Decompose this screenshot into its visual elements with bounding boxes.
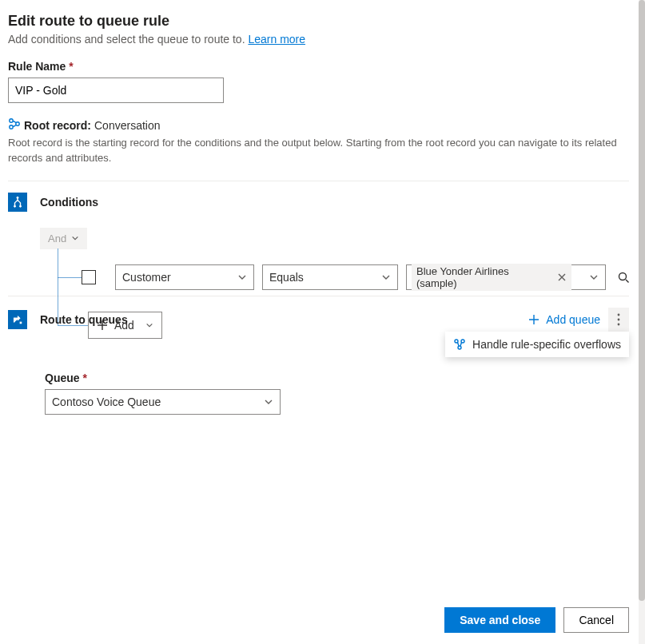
group-operator-button[interactable]: And <box>40 228 87 249</box>
queue-select[interactable]: Contoso Voice Queue <box>45 389 281 415</box>
save-and-close-button[interactable]: Save and close <box>444 607 555 633</box>
required-asterisk: * <box>82 372 86 384</box>
operator-select[interactable]: Equals <box>262 264 398 290</box>
add-queue-label: Add queue <box>546 313 600 326</box>
chevron-down-icon <box>264 397 273 407</box>
conditions-header: Conditions <box>8 181 629 220</box>
rule-name-input[interactable] <box>8 78 224 103</box>
svg-point-8 <box>618 313 620 316</box>
attribute-value: Customer <box>122 271 171 284</box>
svg-point-5 <box>19 205 21 207</box>
scrollbar-track[interactable] <box>639 0 645 644</box>
remove-value-button[interactable] <box>557 272 567 282</box>
chevron-down-icon <box>71 234 79 242</box>
root-record-heading: Root record: Conversation <box>8 117 629 133</box>
queue-label: Queue * <box>45 372 629 384</box>
search-icon <box>617 271 630 284</box>
subtitle-text: Add conditions and select the queue to r… <box>8 33 248 46</box>
condition-checkbox[interactable] <box>82 270 96 284</box>
svg-point-12 <box>461 340 464 343</box>
overflow-menu-item[interactable]: Handle rule-specific overflows <box>445 332 629 357</box>
svg-point-6 <box>619 272 627 280</box>
svg-point-4 <box>14 205 15 207</box>
svg-point-3 <box>17 197 18 198</box>
queue-value: Contoso Voice Queue <box>52 396 161 408</box>
svg-point-1 <box>10 125 13 129</box>
overflow-icon <box>453 338 466 351</box>
page-title: Edit route to queue rule <box>8 13 629 30</box>
conditions-icon <box>8 193 27 212</box>
learn-more-link[interactable]: Learn more <box>248 33 305 46</box>
scrollbar-thumb[interactable] <box>639 0 645 601</box>
chevron-down-icon <box>381 272 391 282</box>
root-record-description: Root record is the starting record for t… <box>8 136 629 166</box>
queue-label-text: Queue <box>45 372 80 384</box>
more-options-button[interactable] <box>608 308 629 332</box>
svg-rect-7 <box>20 321 22 324</box>
chevron-down-icon <box>237 272 247 282</box>
more-vertical-icon <box>617 313 620 326</box>
group-operator-label: And <box>48 233 66 244</box>
search-button[interactable] <box>614 268 633 287</box>
rule-name-label-text: Rule Name <box>8 60 66 73</box>
plus-icon <box>528 314 539 325</box>
route-icon <box>8 310 27 329</box>
required-asterisk: * <box>69 60 73 73</box>
overflow-menu-label: Handle rule-specific overflows <box>472 338 621 351</box>
svg-point-0 <box>10 119 13 122</box>
root-record-label: Root record: <box>24 119 91 132</box>
cancel-button[interactable]: Cancel <box>563 607 629 633</box>
value-select[interactable]: Blue Yonder Airlines (sample) <box>406 264 606 290</box>
svg-point-10 <box>618 323 620 325</box>
route-title: Route to queues <box>40 313 528 326</box>
page-subtitle: Add conditions and select the queue to r… <box>8 33 629 46</box>
tree-connector <box>58 277 82 278</box>
root-record-value: Conversation <box>94 119 161 132</box>
value-chip: Blue Yonder Airlines (sample) <box>412 264 571 291</box>
chevron-down-icon <box>589 272 599 282</box>
conditions-title: Conditions <box>40 196 629 209</box>
attribute-select[interactable]: Customer <box>115 264 254 290</box>
condition-row: Customer Equals Blue Yonder Airlines (sa… <box>82 264 633 290</box>
svg-point-13 <box>458 346 461 349</box>
footer-actions: Save and close Cancel <box>444 607 629 633</box>
add-queue-button[interactable]: Add queue <box>528 313 600 326</box>
svg-point-11 <box>455 340 458 343</box>
hierarchy-icon <box>8 117 21 133</box>
value-text: Blue Yonder Airlines (sample) <box>416 265 551 289</box>
operator-value: Equals <box>269 271 304 284</box>
rule-name-label: Rule Name * <box>8 60 629 73</box>
svg-point-9 <box>618 318 620 320</box>
